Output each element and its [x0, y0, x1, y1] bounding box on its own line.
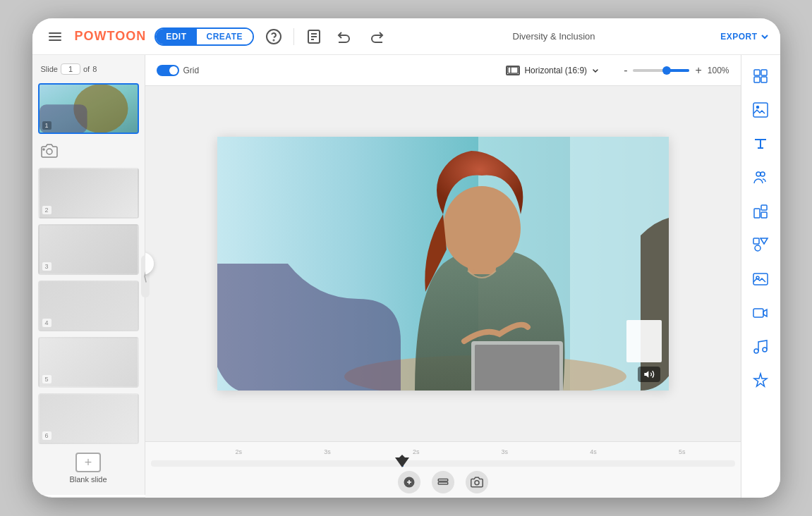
- camera-icon: [38, 140, 61, 162]
- effects-button[interactable]: [745, 365, 776, 396]
- slides-sidebar: Slide 1 of 8: [32, 55, 145, 495]
- slide-background: [217, 137, 669, 391]
- help-button[interactable]: [262, 25, 285, 48]
- svg-rect-43: [753, 238, 759, 244]
- grid-toggle[interactable]: [157, 65, 179, 76]
- svg-point-9: [47, 149, 52, 154]
- svg-rect-31: [761, 70, 767, 75]
- export-chevron-icon: [761, 32, 769, 41]
- slide-prev-button[interactable]: [145, 252, 154, 275]
- slide-thumbnail-1[interactable]: 1: [38, 83, 139, 134]
- main-area: Slide 1 of 8: [32, 55, 780, 498]
- timeline-element-btn-2[interactable]: [432, 471, 454, 493]
- effects-icon: [752, 372, 769, 389]
- text-button[interactable]: [745, 128, 776, 159]
- music-button[interactable]: [745, 331, 776, 362]
- logo-text: POWTOON: [75, 29, 147, 44]
- layout-icon: [752, 68, 769, 85]
- svg-point-37: [761, 172, 765, 176]
- svg-point-18: [443, 186, 521, 271]
- svg-rect-28: [438, 482, 448, 484]
- svg-point-29: [475, 481, 479, 485]
- header: POWTOON EDIT CREATE Diversity &: [32, 18, 780, 55]
- menu-button[interactable]: [44, 25, 66, 48]
- aspect-label: Horizontal (16:9): [524, 66, 587, 75]
- camera-timeline-icon: [471, 476, 483, 489]
- canvas-area: Grid Horizontal (16:9): [145, 55, 741, 498]
- slide-canvas: [217, 137, 669, 391]
- slide-current-number[interactable]: 1: [61, 63, 80, 75]
- aspect-dropdown-icon: [591, 66, 600, 75]
- canvas-stage: [145, 86, 741, 441]
- slide-element-box[interactable]: [626, 320, 662, 362]
- zoom-plus-button[interactable]: +: [693, 64, 703, 77]
- slide-6-label: 6: [42, 431, 51, 440]
- video-button[interactable]: [745, 297, 776, 328]
- music-icon: [752, 338, 769, 355]
- timeline-controls: [145, 468, 741, 498]
- hamburger-icon: [49, 32, 61, 41]
- shapes-icon: [752, 237, 769, 254]
- svg-rect-21: [496, 345, 510, 350]
- undo-icon: [337, 28, 353, 45]
- presentation-title: Diversity & Inclusion: [396, 31, 712, 42]
- timeline-tick-2: 3s: [283, 448, 372, 455]
- text-icon: [752, 135, 769, 152]
- volume-indicator: [638, 367, 660, 382]
- characters-button[interactable]: [745, 162, 776, 193]
- svg-point-47: [754, 349, 758, 353]
- svg-rect-34: [753, 103, 768, 117]
- slides-sidebar-wrapper: Slide 1 of 8: [32, 55, 145, 498]
- volume-icon: [643, 369, 655, 380]
- slide-thumbnail-5[interactable]: 5: [38, 337, 139, 388]
- slide-thumbnail-2[interactable]: 2: [38, 168, 139, 219]
- export-button[interactable]: EXPORT: [720, 32, 768, 42]
- create-button[interactable]: CREATE: [197, 29, 253, 44]
- slide-3-label: 3: [42, 262, 51, 271]
- svg-rect-40: [761, 212, 767, 218]
- blank-slide-label: Blank slide: [69, 475, 107, 484]
- zoom-minus-button[interactable]: -: [622, 64, 629, 77]
- slide-1-label: 1: [42, 121, 51, 130]
- svg-rect-32: [754, 77, 760, 82]
- slide-thumbnail-4[interactable]: 4: [38, 281, 139, 331]
- media-icon: [752, 271, 769, 288]
- zoom-value: 100%: [708, 66, 729, 75]
- svg-marker-22: [644, 371, 648, 377]
- blank-slide-icon: +: [75, 453, 101, 472]
- canvas-toolbar: Grid Horizontal (16:9): [145, 55, 741, 86]
- props-icon: [752, 203, 769, 220]
- add-object-icon: [403, 476, 416, 489]
- timeline-element-btn-3[interactable]: [466, 471, 488, 493]
- edit-button[interactable]: EDIT: [156, 29, 196, 44]
- background-button[interactable]: [745, 94, 776, 125]
- svg-rect-30: [754, 70, 760, 75]
- svg-marker-42: [761, 238, 768, 244]
- help-icon: [265, 28, 282, 45]
- notes-icon: [305, 28, 322, 45]
- timeline-element-btn-1[interactable]: [398, 471, 420, 493]
- svg-point-1: [273, 39, 274, 40]
- svg-rect-39: [761, 205, 767, 210]
- svg-rect-11: [508, 67, 518, 73]
- redo-button[interactable]: [365, 25, 387, 48]
- notes-button[interactable]: [303, 25, 325, 48]
- props-button[interactable]: [745, 196, 776, 227]
- shapes-button[interactable]: [745, 230, 776, 261]
- svg-rect-46: [753, 309, 763, 317]
- zoom-controls: - + 100%: [622, 64, 729, 77]
- app-window: POWTOON EDIT CREATE Diversity &: [32, 18, 780, 498]
- media-button[interactable]: [745, 264, 776, 295]
- arrow-left-icon: [145, 258, 146, 269]
- svg-marker-23: [395, 457, 409, 467]
- slide-thumbnail-3[interactable]: 3: [38, 224, 139, 275]
- blank-slide-button[interactable]: + Blank slide: [38, 450, 139, 486]
- undo-button[interactable]: [334, 25, 356, 48]
- aspect-ratio-selector[interactable]: Horizontal (16:9): [506, 66, 600, 75]
- layout-button[interactable]: [745, 61, 776, 92]
- playhead-marker: [395, 457, 409, 470]
- aspect-ratio-icon: [506, 66, 520, 75]
- zoom-slider[interactable]: [633, 69, 689, 72]
- slide-thumbnail-6[interactable]: 6: [38, 393, 139, 444]
- right-toolbar: [741, 55, 780, 498]
